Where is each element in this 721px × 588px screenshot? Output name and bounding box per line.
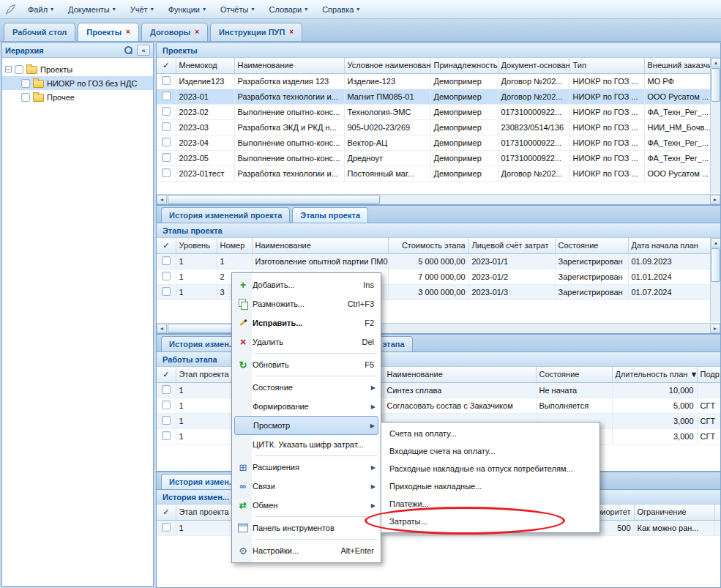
row-checkbox[interactable] [162,401,171,409]
column-header[interactable] [714,505,721,520]
row-checkbox[interactable] [162,122,171,131]
table-row[interactable]: 2023-02Выполнение опытно-конс...Технолог… [157,104,721,119]
column-header[interactable]: Состояние [555,238,628,253]
menu-item[interactable]: Просмотр▶ [234,416,378,435]
tree-item-projects[interactable]: − Проекты [2,62,153,76]
row-checkbox[interactable] [162,256,171,265]
row-checkbox[interactable] [162,431,171,440]
row-checkbox[interactable] [162,168,171,177]
tree-item-niokr[interactable]: НИОКР по ГОЗ без НДС [2,76,153,90]
table-row[interactable]: 2023-05Выполнение опытно-конс...Дредноут… [157,150,721,165]
menu-item[interactable]: Приходные накладные... [384,477,597,495]
table-row[interactable]: 2023-01Разработка технологии и...Магнит … [157,89,721,104]
scrollbar-thumb[interactable] [711,248,720,282]
column-header[interactable]: Длительность план ▼ [612,367,697,382]
close-icon[interactable]: × [126,29,130,36]
menu-documents[interactable]: Документы▾ [61,3,122,16]
tab-project-stages[interactable]: Этапы проекта [292,207,368,223]
column-header[interactable]: Номер [217,238,252,253]
search-icon[interactable] [124,45,133,55]
scrollbar-thumb[interactable] [168,195,380,204]
row-checkbox[interactable] [162,385,171,394]
expand-icon[interactable]: − [5,66,12,72]
column-header[interactable]: Документ-основание [498,58,569,73]
column-header[interactable]: Дата начала план [628,238,721,253]
menu-item[interactable]: Связи▶ [234,477,378,496]
column-header[interactable]: Состояние [536,367,612,382]
vertical-scrollbar[interactable]: ▲ [710,238,720,322]
menu-functions[interactable]: Функции▾ [162,3,212,16]
tab-desktop[interactable]: Рабочий стол [4,23,75,41]
menu-item[interactable]: Затраты... [384,513,597,530]
menu-help[interactable]: Справка▾ [315,3,366,16]
column-header[interactable]: Этап проекта [176,367,234,382]
tree-checkbox[interactable] [15,65,23,74]
tab-instructions[interactable]: Инструкции ПУП× [210,23,302,41]
row-checkbox[interactable] [162,153,171,162]
column-header[interactable]: Мнемокод [176,58,234,73]
column-header[interactable]: Наименование [384,367,536,382]
column-header[interactable]: Наименование [252,238,388,253]
column-header[interactable]: Подр... [697,367,721,382]
menu-item[interactable]: УдалитьDel [234,332,378,351]
tree-checkbox[interactable] [21,79,30,88]
menu-item[interactable]: Расширения▶ [234,458,378,477]
scroll-right-button[interactable]: ► [710,195,720,204]
row-checkbox[interactable] [162,76,171,85]
menu-accounting[interactable]: Учёт▾ [124,3,160,16]
scroll-left-button[interactable]: ◄ [157,324,167,333]
scroll-up-button[interactable]: ▲ [711,58,721,67]
column-header[interactable]: ✓ [157,367,176,382]
menu-item[interactable]: Обмен▶ [234,496,378,515]
menu-item[interactable]: Панель инструментов [234,518,378,537]
menu-dictionaries[interactable]: Словари▾ [262,3,314,16]
scroll-left-button[interactable]: ◄ [157,195,167,204]
table-row[interactable]: 11Изготовление опытной партии ПМ0...5 00… [157,253,721,269]
close-icon[interactable]: × [289,29,294,36]
menu-item[interactable]: Настройки...Alt+Enter [234,541,378,560]
column-header[interactable]: Ограничение [634,505,714,520]
column-header[interactable]: Наименование [234,58,344,73]
tree-item-other[interactable]: Прочее [2,90,153,104]
row-checkbox[interactable] [162,272,171,280]
menu-item[interactable]: Расходные накладные на отпуск потребител… [384,460,597,477]
table-row[interactable]: 2023-04Выполнение опытно-конс...Вектор-А… [157,135,721,150]
tab-contracts[interactable]: Договоры× [141,23,208,41]
menu-item[interactable]: Платежи... [384,495,597,513]
table-row[interactable]: Изделие123Разработка изделия 123Изделие-… [157,73,721,89]
tree-checkbox[interactable] [21,93,30,102]
column-header[interactable]: Уровень [176,238,217,253]
horizontal-scrollbar[interactable]: ◄ ► [157,194,720,204]
row-checkbox[interactable] [162,416,171,425]
tab-project-history[interactable]: История изменений проекта [161,207,290,223]
menu-item[interactable]: Состояние▶ [234,378,378,397]
close-icon[interactable]: × [195,29,199,36]
row-checkbox[interactable] [162,138,171,146]
scrollbar-thumb[interactable] [711,68,720,102]
row-checkbox[interactable] [162,107,171,116]
column-header[interactable]: ✓ [157,505,176,520]
table-row[interactable]: 2023-01тестРазработка технологии и...Пос… [157,165,721,181]
vertical-scrollbar[interactable]: ▲ [710,58,720,193]
column-header[interactable]: ✓ [157,58,176,73]
row-checkbox[interactable] [162,287,171,296]
menu-item[interactable]: Счета на оплату... [384,425,597,442]
menu-item[interactable]: Входящие счета на оплату... [384,442,597,460]
menu-reports[interactable]: Отчёты▾ [214,3,261,16]
menu-file[interactable]: Файл▾ [21,3,60,16]
column-header[interactable]: Условное наименование [344,58,430,73]
column-header[interactable]: Тип [569,58,644,73]
column-header[interactable]: Этап проекта [176,505,234,520]
column-header[interactable]: ✓ [157,238,176,253]
tab-projects[interactable]: Проекты× [78,23,139,41]
menu-item[interactable]: Размножить...Ctrl+F3 [234,294,378,313]
menu-item[interactable]: ЦИТК. Указать шифр затрат... [234,435,378,454]
row-checkbox[interactable] [162,523,171,532]
menu-item[interactable]: Добавить...Ins [234,275,378,294]
scroll-up-button[interactable]: ▲ [711,238,721,248]
collapse-sidebar-button[interactable]: « [137,45,150,56]
column-header[interactable]: Принадлежность [430,58,498,73]
table-row[interactable]: 2023-03Разработка ЭКД и РКД н...905-U020… [157,119,721,135]
menu-item[interactable]: Исправить...F2 [234,313,378,332]
scroll-right-button[interactable]: ► [710,324,720,333]
